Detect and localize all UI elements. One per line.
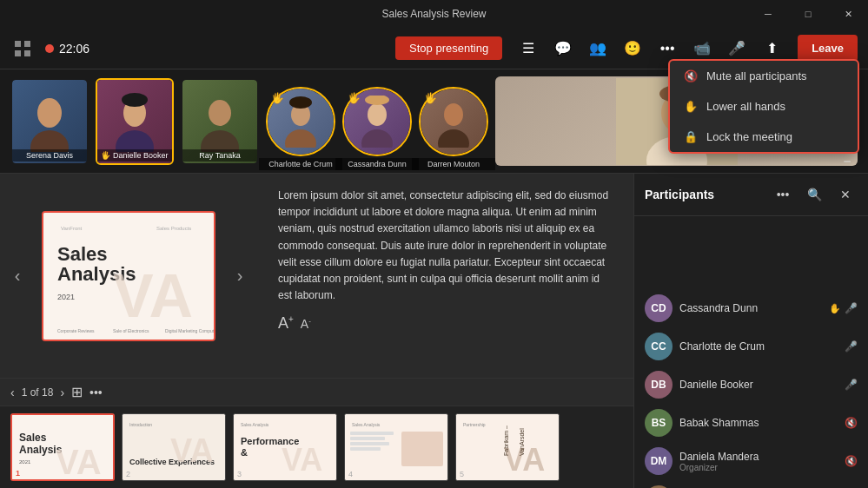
list-item[interactable]: BS Babak Shammas 🔇 xyxy=(634,404,868,442)
participant-controls: 🎤 xyxy=(845,340,858,353)
participant-controls: ✋ 🎤 xyxy=(829,302,858,314)
timer-display: 22:06 xyxy=(59,42,89,56)
svg-rect-53 xyxy=(401,432,443,466)
slide-view-row: ‹ VanFront Sales Products Sales Analysis… xyxy=(0,174,633,378)
participant-controls: 🔇 xyxy=(845,455,858,467)
svg-text:Sales Products: Sales Products xyxy=(156,226,191,231)
participant-tile-serena[interactable]: Serena Davis xyxy=(10,78,89,165)
svg-text:VA: VA xyxy=(282,442,322,478)
participants-panel: Participants ••• 🔍 ✕ 🔇 Mute all particip… xyxy=(633,174,868,488)
emoji-icon[interactable]: 🙂 xyxy=(617,33,648,64)
window-title: Sales Analysis Review xyxy=(381,8,486,20)
participant-controls: 🔇 xyxy=(845,417,858,429)
participant-name-ray: Ray Tanaka xyxy=(182,149,257,162)
panel-search-button[interactable]: 🔍 xyxy=(802,182,826,207)
slide-text: Lorem ipsum dolor sit amet, consectetur … xyxy=(278,188,613,304)
svg-point-4 xyxy=(37,98,62,128)
prev-slide-button[interactable]: ‹ xyxy=(10,386,15,399)
stop-presenting-button[interactable]: Stop presenting xyxy=(395,36,502,60)
participant-tile-cassandra[interactable]: 🖐 Cassandra Dunn xyxy=(342,87,412,156)
panel-title: Participants xyxy=(645,188,764,201)
people-icon[interactable]: 👥 xyxy=(582,33,613,64)
avatar: DB xyxy=(645,371,673,399)
svg-point-13 xyxy=(289,96,312,109)
mic-mute-icon: 🔇 xyxy=(684,69,698,82)
svg-text:Sales: Sales xyxy=(57,243,108,265)
call-timer: 22:06 xyxy=(45,42,89,56)
svg-text:Sales: Sales xyxy=(19,432,47,444)
lower-hands-menu-item[interactable]: ✋ Lower all hands xyxy=(670,91,858,122)
next-slide-button[interactable]: › xyxy=(60,386,64,399)
chat-icon[interactable]: 💬 xyxy=(547,33,579,64)
svg-text:VanArsdel: VanArsdel xyxy=(519,428,525,456)
mute-all-menu-item[interactable]: 🔇 Mute all participants xyxy=(670,61,858,91)
hand-raised-icon: ✋ xyxy=(829,303,841,314)
list-item[interactable]: CC Charlotte de Crum 🎤 xyxy=(634,327,868,366)
svg-text:Sales Analysis: Sales Analysis xyxy=(241,422,269,427)
maximize-button[interactable]: □ xyxy=(788,0,828,28)
list-item[interactable]: CD Cassandra Dunn ✋ 🎤 xyxy=(634,289,868,327)
svg-point-17 xyxy=(444,103,463,126)
participant-info: Danielle Booker xyxy=(679,379,838,391)
participant-name-darren: Darren Mouton xyxy=(412,158,495,170)
avatar: BS xyxy=(645,409,673,437)
svg-rect-1 xyxy=(24,41,30,47)
svg-text:Sales Analysis: Sales Analysis xyxy=(352,422,381,427)
svg-text:2021: 2021 xyxy=(57,293,75,301)
font-controls: A+ A- xyxy=(278,314,613,333)
leave-button[interactable]: Leave xyxy=(798,35,858,62)
svg-point-15 xyxy=(361,129,393,148)
participant-tile-darren[interactable]: 🖐 Darren Mouton xyxy=(419,87,488,156)
minimize-button[interactable]: ─ xyxy=(748,0,788,28)
lock-meeting-menu-item[interactable]: 🔒 Lock the meeting xyxy=(670,122,858,152)
svg-point-16 xyxy=(365,96,389,105)
list-item[interactable]: DM Darren Mouton ✋ xyxy=(634,480,868,488)
title-bar: Sales Analysis Review ─ □ ✕ xyxy=(0,0,868,28)
app-grid-icon[interactable] xyxy=(10,36,35,61)
panel-more-button[interactable]: ••• xyxy=(771,182,795,207)
svg-text:Fabrikam –: Fabrikam – xyxy=(503,425,509,456)
svg-rect-51 xyxy=(350,442,389,445)
thumbnail-item[interactable]: Sales Analysis 2021 VA 1 xyxy=(10,413,115,481)
thumbnail-item[interactable]: Introduction Collective Experiences VA 2 xyxy=(122,413,226,481)
participant-tile-danielle[interactable]: 🖐 Danielle Booker xyxy=(96,78,174,165)
font-decrease-button[interactable]: A- xyxy=(301,317,311,331)
participant-tile-ray[interactable]: Ray Tanaka xyxy=(181,78,259,165)
svg-text:VA: VA xyxy=(113,262,193,330)
slide-nav-bottom: ‹ 1 of 18 › ⊞ ••• xyxy=(0,378,633,406)
slide-nav-prev[interactable]: ‹ xyxy=(0,174,35,378)
mic-icon: 🎤 xyxy=(845,340,858,353)
avatar: DM xyxy=(645,447,673,475)
slide-area: ‹ VanFront Sales Products Sales Analysis… xyxy=(0,174,633,488)
thumbnail-strip: Sales Analysis 2021 VA 1 Introduction Co… xyxy=(0,406,633,488)
current-slide: VanFront Sales Products Sales Analysis 2… xyxy=(42,211,215,341)
more-menu-icon[interactable]: ☰ xyxy=(513,33,544,64)
svg-rect-2 xyxy=(15,50,21,56)
mic-muted-icon: 🔇 xyxy=(845,455,858,467)
thumbnail-item[interactable]: Sales Analysis 4 xyxy=(344,413,448,481)
participant-controls: 🎤 xyxy=(845,379,858,391)
thumbnail-item[interactable]: Partnership VA Fabrikam – VanArsdel 5 xyxy=(455,413,560,481)
slide-more-button[interactable]: ••• xyxy=(89,386,103,399)
svg-text:Introduction: Introduction xyxy=(129,422,152,427)
participant-name-serena: Serena Davis xyxy=(12,149,87,162)
participant-tile-charlotte[interactable]: 🖐 Charlotte de Crum xyxy=(266,87,335,156)
mic-icon: 🎤 xyxy=(845,379,858,391)
thumbnail-item[interactable]: Sales Analysis Performance & VA 3 xyxy=(233,413,337,481)
svg-rect-0 xyxy=(15,41,21,47)
slide-grid-button[interactable]: ⊞ xyxy=(71,384,83,400)
list-item[interactable]: DM Daniela Mandera Organizer 🔇 xyxy=(634,442,868,480)
panel-close-button[interactable]: ✕ xyxy=(833,182,858,207)
hand-icon-cassandra: 🖐 xyxy=(348,92,361,104)
font-increase-button[interactable]: A+ xyxy=(278,314,294,333)
participant-name-cassandra: Cassandra Dunn xyxy=(335,158,419,170)
list-item[interactable]: DB Danielle Booker 🎤 xyxy=(634,366,868,404)
close-button[interactable]: ✕ xyxy=(828,0,868,28)
participant-info: Cassandra Dunn xyxy=(679,302,822,314)
panel-header: Participants ••• 🔍 ✕ xyxy=(634,174,868,216)
lock-icon: 🔒 xyxy=(684,130,698,143)
svg-rect-52 xyxy=(350,447,381,451)
slide-nav-next[interactable]: › xyxy=(222,174,257,378)
svg-text:VA: VA xyxy=(56,443,102,481)
svg-rect-3 xyxy=(24,50,30,56)
